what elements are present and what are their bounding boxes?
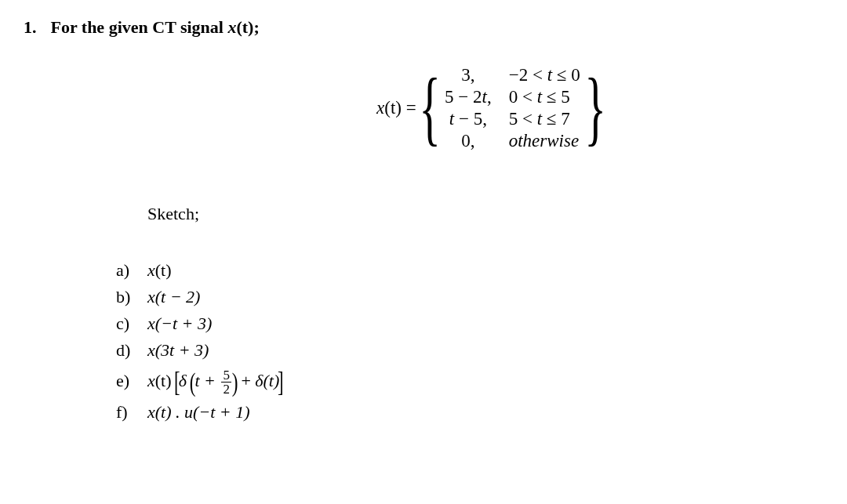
- piecewise-condition: −2 < t ≤ 0: [506, 64, 583, 86]
- sub-item-expression: x(t) [δ (t + 52) + δ(t)]: [147, 364, 282, 398]
- piecewise-condition: 0 < t ≤ 5: [506, 86, 583, 108]
- problem-number: 1.: [24, 17, 37, 38]
- sketch-label: Sketch;: [147, 204, 199, 224]
- piecewise-condition: 5 < t ≤ 7: [506, 108, 583, 130]
- sub-item-letter: f): [116, 399, 147, 425]
- sub-item-c: c) x(−t + 3): [116, 310, 282, 336]
- sub-item-letter: b): [116, 284, 147, 310]
- sub-item-a: a) x(t): [116, 257, 282, 283]
- piecewise-expression: 5 − 2t,: [442, 86, 506, 108]
- piecewise-row: 3, −2 < t ≤ 0: [442, 64, 583, 86]
- sub-item-letter: c): [116, 310, 147, 336]
- fraction: 52: [221, 368, 231, 396]
- piecewise-row: t − 5, 5 < t ≤ 7: [442, 108, 583, 130]
- piecewise-condition: otherwise: [506, 130, 583, 152]
- piecewise-lhs: x(t) =: [376, 98, 416, 118]
- problem-header: 1. For the given CT signal x(t);: [24, 17, 823, 38]
- piecewise-row: 5 − 2t, 0 < t ≤ 5: [442, 86, 583, 108]
- sub-item-expression: x(3t + 3): [147, 337, 209, 363]
- piecewise-expression: 0,: [442, 130, 506, 152]
- left-brace-icon: {: [419, 73, 441, 143]
- sub-item-d: d) x(3t + 3): [116, 337, 282, 363]
- right-brace-icon: }: [584, 73, 606, 143]
- piecewise-table: 3, −2 < t ≤ 0 5 − 2t, 0 < t ≤ 5 t − 5, 5…: [442, 64, 583, 152]
- sub-item-expression: x(−t + 3): [147, 310, 212, 336]
- sub-item-expression: x(t) . u(−t + 1): [147, 399, 250, 425]
- piecewise-expression: 3,: [442, 64, 506, 86]
- sub-item-letter: e): [116, 364, 147, 398]
- sub-item-expression: x(t): [147, 257, 172, 283]
- sub-item-f: f) x(t) . u(−t + 1): [116, 399, 282, 425]
- sub-items-list: a) x(t) b) x(t − 2) c) x(−t + 3) d) x(3t…: [116, 257, 282, 426]
- sub-item-expression: x(t − 2): [147, 284, 200, 310]
- problem-prompt: For the given CT signal x(t);: [51, 17, 260, 38]
- sub-item-letter: d): [116, 337, 147, 363]
- piecewise-row: 0, otherwise: [442, 130, 583, 152]
- sub-item-e: e) x(t) [δ (t + 52) + δ(t)]: [116, 364, 282, 398]
- sub-item-b: b) x(t − 2): [116, 284, 282, 310]
- sub-item-letter: a): [116, 257, 147, 283]
- piecewise-definition: x(t) = { 3, −2 < t ≤ 0 5 − 2t, 0 < t ≤ 5…: [376, 64, 615, 152]
- piecewise-expression: t − 5,: [442, 108, 506, 130]
